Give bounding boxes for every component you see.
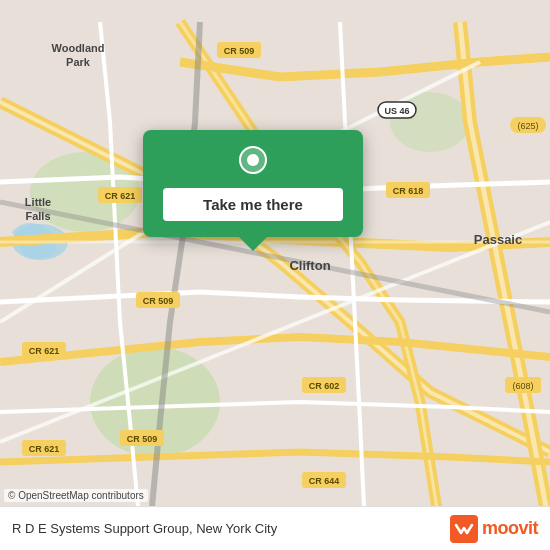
svg-text:US 46: US 46 (384, 106, 409, 116)
svg-text:Falls: Falls (25, 210, 50, 222)
svg-text:CR 509: CR 509 (224, 46, 255, 56)
svg-text:CR 509: CR 509 (127, 434, 158, 444)
svg-text:CR 621: CR 621 (29, 444, 60, 454)
svg-text:Passaic: Passaic (474, 232, 522, 247)
take-me-there-button[interactable]: Take me there (163, 188, 343, 221)
svg-text:CR 644: CR 644 (309, 476, 340, 486)
osm-attribution: © OpenStreetMap contributors (4, 489, 148, 502)
moovit-logo: moovit (450, 515, 538, 543)
svg-text:CR 621: CR 621 (105, 191, 136, 201)
svg-text:(608): (608) (512, 381, 533, 391)
location-popup: Take me there (143, 130, 363, 237)
location-pin-icon (234, 144, 272, 182)
svg-text:CR 602: CR 602 (309, 381, 340, 391)
map-container: CR 509 US 46 (625) CR 618 CR 621 CR 509 … (0, 0, 550, 550)
moovit-icon (450, 515, 478, 543)
svg-text:Woodland: Woodland (52, 42, 105, 54)
osm-attribution-text: © OpenStreetMap contributors (8, 490, 144, 501)
map-background: CR 509 US 46 (625) CR 618 CR 621 CR 509 … (0, 0, 550, 550)
bottom-bar: R D E Systems Support Group, New York Ci… (0, 506, 550, 550)
svg-text:CR 618: CR 618 (393, 186, 424, 196)
svg-text:Clifton: Clifton (289, 258, 330, 273)
location-info: R D E Systems Support Group, New York Ci… (12, 521, 277, 536)
svg-text:CR 509: CR 509 (143, 296, 174, 306)
svg-text:Park: Park (66, 56, 91, 68)
svg-text:CR 621: CR 621 (29, 346, 60, 356)
moovit-wordmark: moovit (482, 518, 538, 539)
svg-text:(625): (625) (517, 121, 538, 131)
svg-text:Little: Little (25, 196, 51, 208)
